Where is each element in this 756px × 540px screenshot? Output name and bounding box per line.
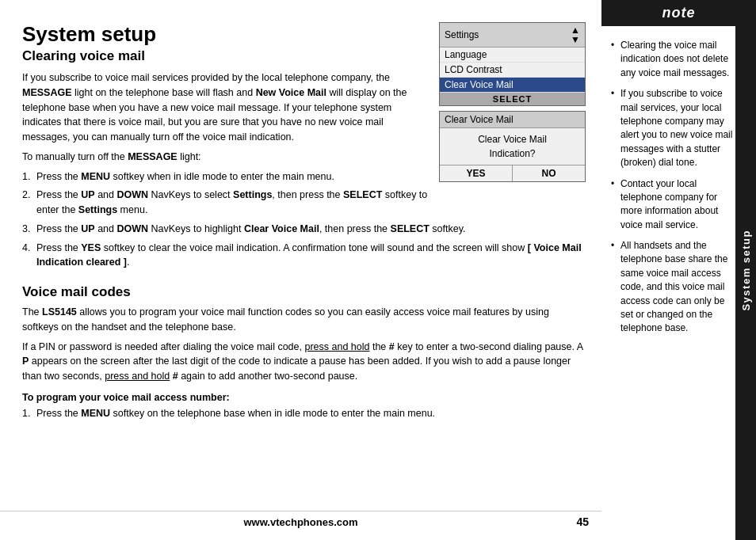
section2-title: Voice mail codes: [22, 284, 586, 300]
screen1-items: Language LCD Contrast Clear Voice Mail: [440, 48, 585, 93]
step1-3: 3.Press the UP and DOWN NavKeys to highl…: [22, 222, 586, 237]
footer-url: www.vtechphones.com: [244, 516, 358, 528]
step2-1: 1.Press the MENU softkey on the telephon…: [22, 406, 586, 421]
screen2-line2: Indication?: [489, 148, 535, 159]
right-sidebar: note Clearing the voice mail indication …: [601, 0, 756, 540]
section2-body1: The LS5145 allows you to program your vo…: [22, 305, 586, 335]
page-number: 45: [576, 515, 589, 528]
phone-screens: Settings ▲ ▼ Language LCD Contrast Clear…: [439, 22, 586, 182]
sidebar-item-3: Contact your local telephone company for…: [611, 177, 734, 233]
step1-1: 1.Press the MENU softkey when in idle mo…: [22, 169, 586, 184]
vertical-tab-label: System setup: [740, 230, 752, 311]
vertical-tab: System setup: [735, 0, 756, 540]
section2-label: To program your voice mail access number…: [22, 392, 586, 403]
screen1-item-language: Language: [440, 48, 585, 63]
screen1-item-lcd: LCD Contrast: [440, 63, 585, 78]
note-label: note: [662, 5, 696, 21]
main-content: Settings ▲ ▼ Language LCD Contrast Clear…: [0, 0, 601, 540]
screen2-title: Clear Voice Mail: [440, 112, 585, 128]
screen1-header: Settings ▲ ▼: [440, 23, 585, 48]
sidebar-item-1: Clearing the voice mail indication does …: [611, 39, 734, 80]
sidebar-item-4: All handsets and the telephone base shar…: [611, 239, 734, 336]
screen2-body: Clear Voice Mail Indication?: [440, 128, 585, 165]
screen1-select-bar: SELECT: [440, 93, 585, 105]
screen2-line1: Clear Voice Mail: [478, 134, 547, 145]
step1-2: 2.Press the UP and DOWN NavKeys to selec…: [22, 188, 586, 218]
sidebar-item-2: If you subscribe to voice mail services,…: [611, 87, 734, 169]
steps2-list: 1.Press the MENU softkey on the telephon…: [22, 406, 586, 421]
sidebar-notes: Clearing the voice mail indication does …: [601, 32, 756, 540]
sidebar-list: Clearing the voice mail indication does …: [611, 39, 734, 336]
phone-screen-1: Settings ▲ ▼ Language LCD Contrast Clear…: [439, 22, 586, 106]
note-box: note: [601, 0, 756, 26]
section2-body2: If a PIN or password is needed after dia…: [22, 340, 586, 384]
screen1-item-clear: Clear Voice Mail: [440, 78, 585, 93]
footer: www.vtechphones.com: [0, 511, 601, 528]
screen1-arrows: ▲ ▼: [571, 25, 580, 44]
step1-4: 4.Press the YES softkey to clear the voi…: [22, 241, 586, 271]
screen1-title: Settings: [445, 29, 479, 40]
steps1-list: 1.Press the MENU softkey when in idle mo…: [22, 169, 586, 271]
